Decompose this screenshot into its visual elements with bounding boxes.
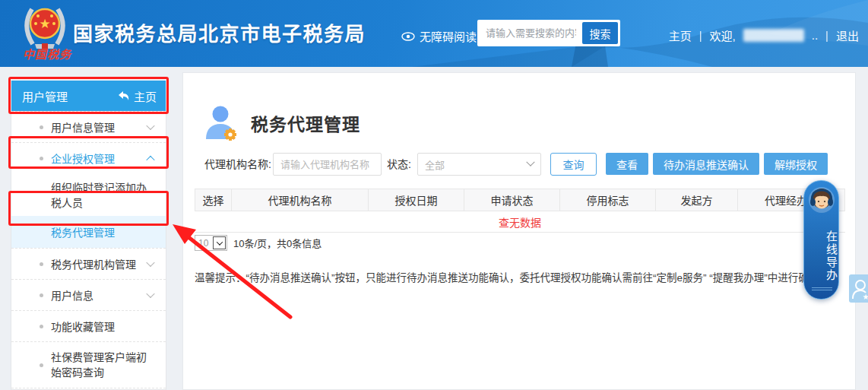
chevron-up-icon xyxy=(146,156,154,164)
view-button[interactable]: 查看 xyxy=(606,153,648,175)
nav-separator: | xyxy=(699,29,702,42)
pending-message-confirm-button[interactable]: 待办消息推送确认 xyxy=(653,153,759,175)
app-window: ★ 中国税务 国家税务总局北京市电子税务局 无障碍阅读 搜索 主页 | 欢迎, … xyxy=(0,0,868,390)
assistant-avatar xyxy=(807,185,836,216)
col-initiator: 发起方 xyxy=(656,189,738,211)
svg-text:★: ★ xyxy=(39,17,50,31)
online-guide-label: 在线导办 xyxy=(804,224,838,289)
sidebar-item-favorites-mgmt[interactable]: 功能收藏管理 xyxy=(11,310,166,341)
pagination-info: 10条/页，共0条信息 xyxy=(233,236,322,250)
filter-bar: 代理机构名称: 状态: 全部 查询 查看 待办消息推送确认 解绑授权 xyxy=(204,153,843,176)
unbind-auth-button[interactable]: 解绑授权 xyxy=(764,153,828,175)
chevron-down-icon xyxy=(146,122,154,130)
sidebar-item-label: 用户信息 xyxy=(51,287,93,303)
action-buttons: 查看 待办消息推送确认 解绑授权 xyxy=(606,153,828,175)
sidebar-item-user-info[interactable]: 用户信息 xyxy=(11,279,166,310)
sidebar-home-link[interactable]: 主页 xyxy=(118,88,157,104)
empty-data-text: 查无数据 xyxy=(195,211,845,233)
svg-text:★: ★ xyxy=(862,293,868,300)
agency-name-input[interactable] xyxy=(273,153,382,176)
sidebar-subitem-temp-registration[interactable]: 组织临时登记添加办税人员 xyxy=(11,173,166,216)
brand-calligraphy: 中国税务 xyxy=(18,46,76,62)
bullet-icon xyxy=(40,157,43,160)
sidebar-item-label: 功能收藏管理 xyxy=(51,319,115,334)
status-select[interactable]: 全部 xyxy=(417,153,541,176)
bullet-icon xyxy=(40,125,43,129)
status-select-value: 全部 xyxy=(425,157,445,172)
page-title: 税务代理管理 xyxy=(251,110,360,136)
sidebar-item-social-insurance-password[interactable]: 社保费管理客户端初始密码查询 xyxy=(11,341,166,388)
sidebar-item-enterprise-auth-mgmt[interactable]: 企业授权管理 xyxy=(11,142,166,173)
user-nav: 主页 | 欢迎, .. | 退出 xyxy=(669,27,859,43)
chevron-down-icon xyxy=(526,158,534,166)
welcome-label: 欢迎, xyxy=(710,27,736,43)
agency-name-label: 代理机构名称: xyxy=(204,153,271,176)
top-banner: ★ 中国税务 国家税务总局北京市电子税务局 无障碍阅读 搜索 主页 | 欢迎, … xyxy=(0,0,868,67)
eye-icon xyxy=(401,32,415,41)
back-arrow-icon xyxy=(118,90,130,101)
username-suffix: .. xyxy=(812,29,818,42)
tip-text: 温馨提示：“待办消息推送确认”按钮，只能进行待办消息推送功能确认，委托代理授权功… xyxy=(195,269,868,284)
widget-decoration xyxy=(812,287,832,288)
online-guide-widget[interactable]: 在线导办 xyxy=(803,180,839,300)
sidebar-item-label: 企业授权管理 xyxy=(51,151,115,166)
sidebar-item-label: 用户信息管理 xyxy=(51,119,115,135)
col-apply-status: 申请状态 xyxy=(464,189,560,211)
bullet-icon xyxy=(40,262,43,266)
page-header: 税务代理管理 xyxy=(204,105,360,141)
table-header-row: 选择 代理机构名称 授权日期 申请状态 停用标志 发起方 代理经办人 xyxy=(195,189,845,211)
sidebar-subitem-tax-agency-mgmt[interactable]: 税务代理管理 xyxy=(11,216,166,248)
nav-separator: | xyxy=(825,29,828,42)
sidebar-item-label: 税务代理管理 xyxy=(51,224,115,239)
pagination: 10 10条/页，共0条信息 xyxy=(195,235,322,251)
sidebar-item-label: 社保费管理客户端初始密码查询 xyxy=(51,350,157,380)
col-auth-date: 授权日期 xyxy=(369,189,464,211)
status-label: 状态: xyxy=(387,153,411,176)
col-agency-name: 代理机构名称 xyxy=(232,189,369,211)
sidebar-item-agency-org-mgmt[interactable]: 税务代理机构管理 xyxy=(11,248,166,279)
agency-table: 选择 代理机构名称 授权日期 申请状态 停用标志 发起方 代理经办人 查无数据 xyxy=(195,189,845,233)
sidebar-item-user-info-mgmt[interactable]: 用户信息管理 xyxy=(11,111,166,142)
bullet-icon xyxy=(40,363,43,367)
site-title: 国家税务总局北京市电子税务局 xyxy=(73,18,366,46)
nav-home-link[interactable]: 主页 xyxy=(669,27,692,43)
chevron-down-icon xyxy=(146,290,154,298)
sidebar-title: 用户管理 xyxy=(22,88,68,104)
user-gear-icon xyxy=(204,105,239,141)
page-size-value: 10 xyxy=(195,238,212,249)
col-select: 选择 xyxy=(195,189,232,211)
sidebar-item-label: 组织临时登记添加办税人员 xyxy=(51,179,157,210)
accessibility-label: 无障碍阅读 xyxy=(420,28,477,44)
main-panel: 税务代理管理 代理机构名称: 状态: 全部 查询 查看 待办消息推送确认 解绑授… xyxy=(182,72,856,390)
chevron-down-icon xyxy=(146,258,154,267)
sidebar: 用户管理 主页 用户信息管理 企业授权管理 组织临时登记添加办税人员 税务代理管… xyxy=(11,81,166,390)
sidebar-header: 用户管理 主页 xyxy=(11,81,166,111)
bullet-icon xyxy=(40,293,43,297)
sidebar-item-label: 税务代理机构管理 xyxy=(51,256,136,271)
accessibility-link[interactable]: 无障碍阅读 xyxy=(401,28,477,44)
search-input[interactable] xyxy=(480,27,582,39)
national-emblem-logo: ★ xyxy=(20,3,70,52)
dropdown-arrow-icon xyxy=(213,236,226,249)
col-disable-flag: 停用标志 xyxy=(560,189,656,211)
favorite-contact-icon[interactable]: ★ xyxy=(849,274,868,303)
masked-username xyxy=(743,29,804,42)
header-search: 搜索 xyxy=(477,20,620,46)
page-size-select[interactable]: 10 xyxy=(195,235,227,251)
query-button[interactable]: 查询 xyxy=(550,153,597,176)
sidebar-home-label: 主页 xyxy=(134,88,157,104)
bullet-icon xyxy=(40,325,43,328)
logout-link[interactable]: 退出 xyxy=(836,27,859,43)
person-star-icon: ★ xyxy=(851,277,868,300)
search-button[interactable]: 搜索 xyxy=(582,22,618,44)
table-empty-row: 查无数据 xyxy=(195,211,845,233)
